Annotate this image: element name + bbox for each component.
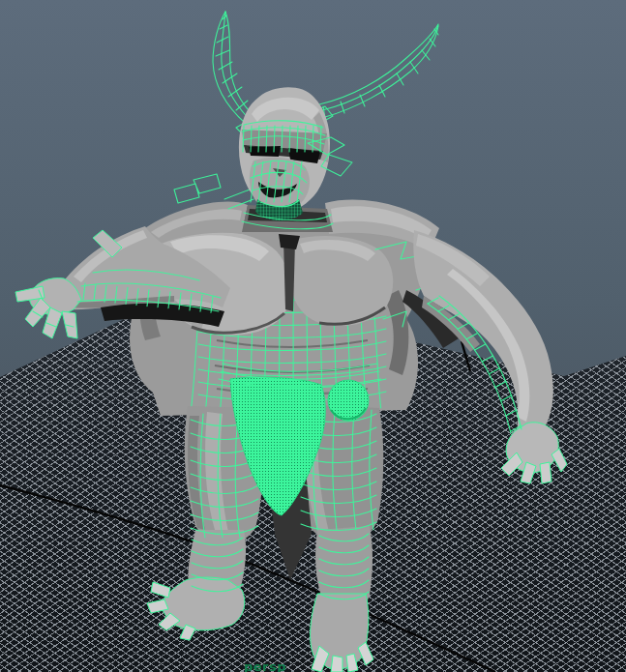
claw bbox=[331, 656, 343, 672]
scene-3d[interactable] bbox=[0, 0, 626, 672]
claw bbox=[358, 642, 373, 665]
claw bbox=[540, 462, 551, 483]
head bbox=[239, 87, 352, 220]
hip-pouch bbox=[328, 380, 369, 421]
character-model[interactable] bbox=[15, 12, 567, 672]
eye-left bbox=[249, 146, 281, 157]
3d-viewport[interactable]: persp bbox=[0, 0, 626, 672]
finger bbox=[62, 311, 77, 338]
claw bbox=[151, 582, 170, 598]
camera-name-label: persp bbox=[244, 660, 286, 672]
